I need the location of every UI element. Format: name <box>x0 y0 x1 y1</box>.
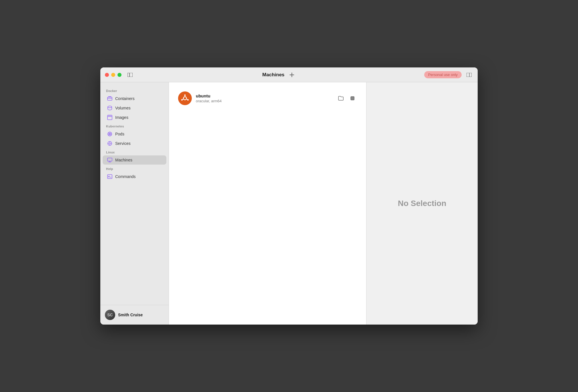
machine-meta: oracular, arm64 <box>196 99 332 103</box>
maximize-button[interactable] <box>117 73 121 77</box>
main-content: ubuntu oracular, arm64 <box>169 82 366 325</box>
machine-folder-button[interactable] <box>336 94 346 103</box>
machines-icon <box>107 157 112 163</box>
user-name: Smith Cruise <box>118 313 143 317</box>
content-area: Docker Containers <box>100 82 478 325</box>
services-label: Services <box>115 141 131 146</box>
titlebar: Machines Personal use only <box>100 67 478 82</box>
kubernetes-section-label: Kubernetes <box>100 122 169 129</box>
svg-rect-0 <box>127 73 129 77</box>
docker-section-label: Docker <box>100 87 169 94</box>
machines-label: Machines <box>115 158 132 162</box>
svg-point-9 <box>108 106 112 108</box>
no-selection-label: No Selection <box>398 199 447 208</box>
sidebar-item-volumes[interactable]: Volumes <box>103 103 166 113</box>
avatar: SC <box>105 310 115 320</box>
user-profile[interactable]: SC Smith Cruise <box>100 305 169 325</box>
svg-line-39 <box>187 99 188 100</box>
volumes-icon <box>107 105 112 111</box>
images-icon <box>107 115 112 120</box>
sidebar-nav: Docker Containers <box>100 82 169 305</box>
images-label: Images <box>115 115 128 120</box>
app-window: Machines Personal use only Docker <box>100 67 478 325</box>
machine-os-icon <box>178 91 192 105</box>
svg-line-40 <box>183 99 184 100</box>
commands-label: Commands <box>115 174 136 179</box>
containers-icon <box>107 96 112 101</box>
svg-rect-5 <box>467 73 472 77</box>
svg-rect-7 <box>107 97 112 100</box>
machine-actions <box>336 94 357 103</box>
containers-label: Containers <box>115 96 135 101</box>
sidebar-item-commands[interactable]: Commands <box>103 172 166 181</box>
svg-point-36 <box>187 99 189 101</box>
volumes-label: Volumes <box>115 106 131 110</box>
sidebar-item-services[interactable]: Services <box>103 139 166 148</box>
sidebar-item-containers[interactable]: Containers <box>103 94 166 103</box>
layout-toggle-button[interactable] <box>465 71 473 79</box>
svg-point-37 <box>181 99 183 101</box>
sidebar-toggle-button[interactable] <box>126 71 134 79</box>
add-machine-button[interactable] <box>288 71 296 79</box>
sidebar: Docker Containers <box>100 82 169 325</box>
sidebar-item-machines[interactable]: Machines <box>103 155 166 165</box>
help-section-label: Help <box>100 165 169 172</box>
machine-name: ubuntu <box>196 93 332 98</box>
minimize-button[interactable] <box>111 73 115 77</box>
titlebar-actions: Personal use only <box>424 71 473 79</box>
linux-section-label: Linux <box>100 148 169 155</box>
svg-point-35 <box>184 95 186 96</box>
titlebar-center: Machines <box>134 71 424 79</box>
machines-list: ubuntu oracular, arm64 <box>169 82 366 325</box>
avatar-initials: SC <box>105 310 115 320</box>
machine-info: ubuntu oracular, arm64 <box>196 93 332 103</box>
pods-label: Pods <box>115 132 124 136</box>
right-panel: No Selection <box>366 82 478 325</box>
close-button[interactable] <box>105 73 109 77</box>
personal-use-badge: Personal use only <box>424 71 462 78</box>
page-title: Machines <box>262 72 284 78</box>
traffic-lights <box>105 73 121 77</box>
svg-rect-41 <box>351 97 354 100</box>
sidebar-item-images[interactable]: Images <box>103 113 166 122</box>
table-row[interactable]: ubuntu oracular, arm64 <box>174 87 362 110</box>
svg-point-21 <box>109 143 111 144</box>
sidebar-item-pods[interactable]: Pods <box>103 129 166 139</box>
pods-icon <box>107 131 112 137</box>
svg-rect-26 <box>107 158 112 161</box>
services-icon <box>107 141 112 146</box>
commands-icon <box>107 174 112 179</box>
machine-stop-button[interactable] <box>348 94 357 103</box>
svg-rect-1 <box>127 73 133 77</box>
svg-rect-29 <box>107 175 112 179</box>
